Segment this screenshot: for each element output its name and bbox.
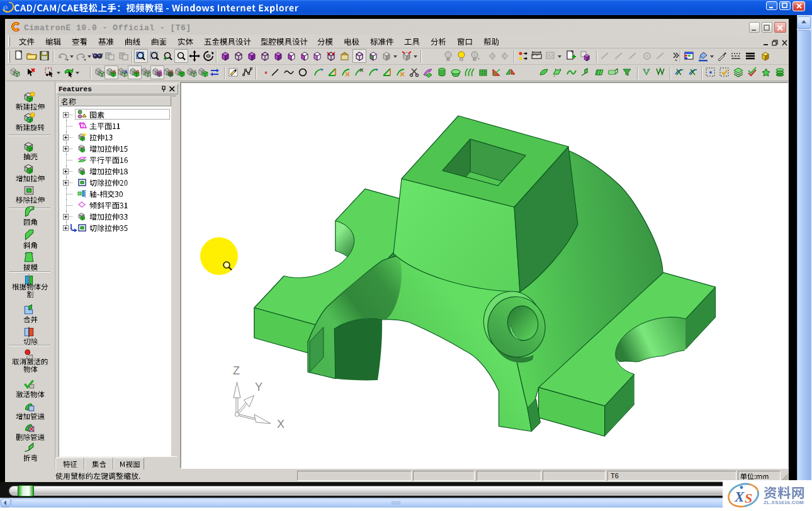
svg-text:Z: Z <box>233 364 240 377</box>
svg-text:S: S <box>745 490 752 506</box>
svg-text:X: X <box>277 418 285 430</box>
svg-text:Y: Y <box>255 381 262 393</box>
svg-text:X: X <box>734 489 745 505</box>
